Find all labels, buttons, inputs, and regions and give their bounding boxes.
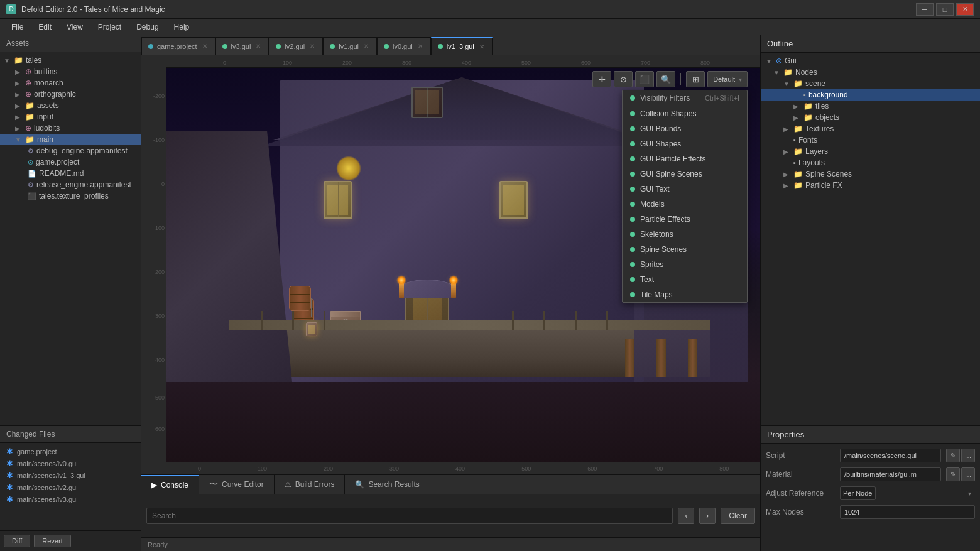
- changed-file-lv2[interactable]: ✱ main/scenes/lv2.gui: [0, 481, 141, 493]
- view-mode-dropdown[interactable]: Default ▾: [707, 71, 748, 87]
- tab-lv3[interactable]: lv3.gui ✕: [215, 37, 270, 55]
- tab-close-4[interactable]: ✕: [416, 43, 424, 50]
- outline-item-spine-scenes[interactable]: ▶ 📁 Spine Scenes: [761, 168, 980, 180]
- clear-button[interactable]: Clear: [721, 508, 755, 524]
- menu-file[interactable]: File: [5, 21, 30, 33]
- outline-label-tiles: tiles: [815, 102, 829, 111]
- changed-file-lv3[interactable]: ✱ main/scenes/lv3.gui: [0, 493, 141, 505]
- curve-editor-tab[interactable]: 〜 Curve Editor: [199, 475, 275, 494]
- prop-row-script: Script /main/scenes/scene.gui_ ✎ …: [766, 449, 975, 462]
- menu-project[interactable]: Project: [92, 21, 128, 33]
- diff-button[interactable]: Diff: [4, 535, 30, 547]
- search-prev-button[interactable]: ‹: [678, 508, 694, 524]
- menu-edit[interactable]: Edit: [32, 21, 58, 33]
- outline-panel: Outline ▼ ⊙ Gui ▼ 📁 Nodes ▼ 📁: [761, 35, 980, 425]
- build-errors-tab[interactable]: ⚠ Build Errors: [275, 475, 346, 494]
- tab-lv1[interactable]: lv1.gui ✕: [323, 37, 377, 55]
- changed-file-game-project[interactable]: ✱ game.project: [0, 445, 141, 457]
- vd-gui-bounds[interactable]: GUI Bounds: [623, 121, 747, 136]
- build-errors-tab-icon: ⚠: [285, 480, 291, 489]
- vd-gui-text[interactable]: GUI Text: [623, 182, 747, 197]
- tree-item-main[interactable]: ▼ 📁 main: [0, 134, 141, 145]
- maximize-button[interactable]: □: [936, 3, 954, 16]
- search-results-tab[interactable]: 🔍 Search Results: [345, 475, 430, 494]
- tree-item-game-project[interactable]: ⊙ game.project: [0, 156, 141, 168]
- tab-close-5[interactable]: ✕: [478, 43, 486, 50]
- vd-label-13: Tile Maps: [640, 290, 673, 299]
- changed-file-lv1-3[interactable]: ✱ main/scenes/lv1_3.gui: [0, 469, 141, 481]
- search-next-button[interactable]: ›: [699, 508, 716, 524]
- vd-particle-effects[interactable]: Particle Effects: [623, 212, 747, 227]
- outline-label-particle-fx: Particle FX: [805, 181, 842, 190]
- tab-close-0[interactable]: ✕: [201, 43, 209, 50]
- menu-debug[interactable]: Debug: [130, 21, 165, 33]
- outline-item-layouts[interactable]: ▪ Layouts: [761, 157, 980, 168]
- close-button[interactable]: ✕: [956, 3, 974, 16]
- tree-item-input[interactable]: ▶ 📁 input: [0, 111, 141, 123]
- tree-item-tales[interactable]: ▼ 📁 tales: [0, 55, 141, 66]
- vd-dot-3: [630, 141, 635, 146]
- tree-item-monarch[interactable]: ▶ ⊕ monarch: [0, 77, 141, 89]
- tab-lv2[interactable]: lv2.gui ✕: [269, 37, 323, 55]
- tree-item-readme[interactable]: 📄 README.md: [0, 168, 141, 179]
- console-tab[interactable]: ▶ Console: [141, 475, 199, 494]
- outline-item-background[interactable]: ▪ background: [761, 89, 980, 101]
- vd-gui-shapes[interactable]: GUI Shapes: [623, 136, 747, 151]
- minimize-button[interactable]: ─: [916, 3, 934, 16]
- vd-sprites[interactable]: Sprites: [623, 257, 747, 272]
- outline-item-gui[interactable]: ▼ ⊙ Gui: [761, 55, 980, 67]
- vd-dot-7: [630, 202, 635, 207]
- vd-text[interactable]: Text: [623, 272, 747, 287]
- revert-button[interactable]: Revert: [34, 535, 70, 547]
- vd-models[interactable]: Models: [623, 197, 747, 212]
- prop-value-max-nodes[interactable]: 1024: [840, 505, 975, 519]
- prop-label-material: Material: [766, 470, 835, 479]
- menu-help[interactable]: Help: [168, 21, 196, 33]
- vd-skeletons[interactable]: Skeletons: [623, 227, 747, 242]
- vd-spine-scenes[interactable]: Spine Scenes: [623, 242, 747, 257]
- tree-item-assets[interactable]: ▶ 📁 assets: [0, 100, 141, 111]
- vd-dot-1: [630, 111, 635, 116]
- tree-item-ludobits[interactable]: ▶ ⊕ ludobits: [0, 123, 141, 134]
- move-tool-button[interactable]: ✛: [592, 71, 611, 87]
- outline-item-nodes[interactable]: ▼ 📁 Nodes: [761, 67, 980, 78]
- changed-file-lv0[interactable]: ✱ main/scenes/lv0.gui: [0, 457, 141, 469]
- outline-item-objects[interactable]: ▶ 📁 objects: [761, 112, 980, 123]
- material-link-button[interactable]: …: [961, 467, 975, 481]
- editor-viewport[interactable]: -200 -100 0 100 200 300 400 500 600 0 10…: [141, 55, 760, 474]
- rotate-tool-button[interactable]: ⊙: [614, 71, 633, 87]
- vd-collision-shapes[interactable]: Collision Shapes: [623, 106, 747, 121]
- tab-lv1-3[interactable]: lv1_3.gui ✕: [431, 37, 493, 55]
- vd-gui-particle-effects[interactable]: GUI Particle Effects: [623, 151, 747, 166]
- vd-tile-maps[interactable]: Tile Maps: [623, 287, 747, 302]
- tab-close-2[interactable]: ✕: [308, 43, 316, 50]
- bottom-tabs: ▶ Console 〜 Curve Editor ⚠ Build Errors …: [141, 475, 760, 494]
- tree-item-release-engine[interactable]: ⚙ release_engine.appmanifest: [0, 179, 141, 190]
- outline-item-layers[interactable]: ▶ 📁 Layers: [761, 146, 980, 157]
- zoom-tool-button[interactable]: 🔍: [656, 71, 675, 87]
- outline-item-fonts[interactable]: ▪ Fonts: [761, 134, 980, 146]
- tree-item-debug-engine[interactable]: ⚙ debug_engine.appmanifest: [0, 145, 141, 156]
- vd-dot-5: [630, 172, 635, 177]
- outline-item-tiles[interactable]: ▶ 📁 tiles: [761, 101, 980, 112]
- outline-item-textures[interactable]: ▶ 📁 Textures: [761, 123, 980, 134]
- tree-item-texture-profiles[interactable]: ⬛ tales.texture_profiles: [0, 190, 141, 202]
- tab-close-1[interactable]: ✕: [254, 43, 262, 50]
- tree-item-orthographic[interactable]: ▶ ⊕ orthographic: [0, 89, 141, 100]
- adjust-reference-select[interactable]: Per Node: [840, 486, 876, 500]
- tree-item-builtins[interactable]: ▶ ⊕ builtins: [0, 66, 141, 77]
- outline-item-scene[interactable]: ▼ 📁 scene: [761, 78, 980, 89]
- tab-game-project[interactable]: game.project ✕: [141, 37, 215, 55]
- scale-tool-button[interactable]: ⬛: [635, 71, 654, 87]
- script-link-button[interactable]: …: [961, 449, 975, 462]
- outline-item-particle-fx[interactable]: ▶ 📁 Particle FX: [761, 180, 980, 191]
- tab-close-3[interactable]: ✕: [362, 43, 370, 50]
- layout-icon-button[interactable]: ⊞: [686, 71, 705, 87]
- visibility-filters-header[interactable]: Visibility Filters Ctrl+Shift+I: [623, 90, 747, 106]
- console-search-input[interactable]: [146, 508, 673, 524]
- menu-view[interactable]: View: [60, 21, 89, 33]
- tab-lv0[interactable]: lv0.gui ✕: [377, 37, 431, 55]
- script-edit-button[interactable]: ✎: [946, 449, 960, 462]
- vd-gui-spine-scenes[interactable]: GUI Spine Scenes: [623, 166, 747, 182]
- material-edit-button[interactable]: ✎: [946, 467, 960, 481]
